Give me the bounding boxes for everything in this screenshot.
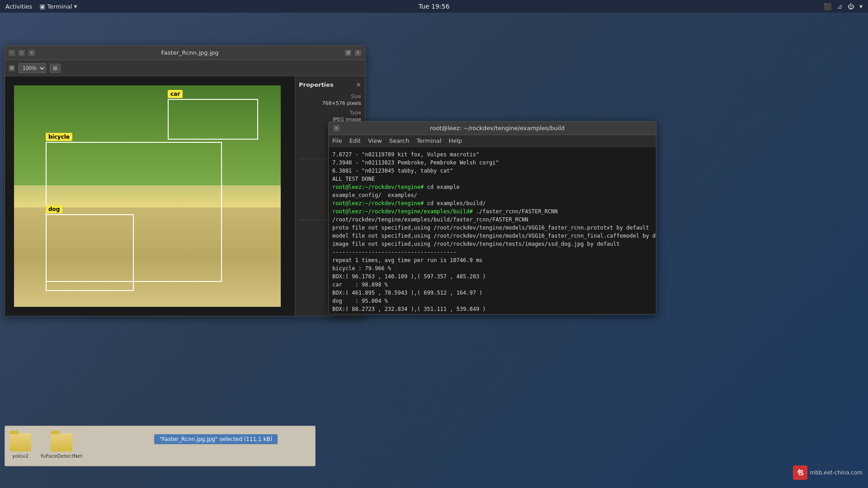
image-viewer-content: car bicycle dog Properties × — [5, 76, 365, 316]
wifi-icon[interactable]: ⊿ — [837, 3, 842, 10]
term-line-12: image file not specified,using /root/roc… — [332, 240, 652, 248]
dog-label: dog — [46, 205, 62, 213]
prop-size-key: Size — [299, 94, 361, 99]
term-cmd-5: cd example — [424, 184, 459, 190]
image-viewer-titlebar: − □ × Faster_Rcnn.jpg.jpg ☰ × — [5, 46, 365, 60]
prop-type-key: Type — [299, 110, 361, 116]
watermark-icon: 包 — [793, 465, 807, 480]
dog-detection-box: dog — [46, 214, 134, 291]
term-line-19: dog : 95.004 % — [332, 297, 652, 305]
display-icon[interactable]: ⬛ — [824, 3, 831, 10]
term-line-13: -------------------------------------- — [332, 248, 652, 256]
activities-label[interactable]: Activities — [5, 3, 32, 10]
file-manager: yolov2 YuFaceDetectNet "Faster_Rcnn.jpg.… — [5, 426, 316, 466]
file-item-yolov2[interactable]: yolov2 — [9, 433, 31, 459]
settings-button[interactable]: ⚙ — [9, 65, 15, 71]
term-cmd-8: ./faster_rcnn/FASTER_RCNN — [473, 208, 558, 215]
close-button[interactable]: × — [28, 50, 35, 56]
yolov2-folder-icon — [9, 433, 31, 451]
power-icon[interactable]: ⏻ — [848, 3, 854, 10]
term-line-10: proto file not specified,using /root/roc… — [332, 224, 652, 232]
watermark: 包 mbb.eet-china.com — [793, 465, 863, 480]
term-line-7: root@leez:~/rockdev/tengine# cd examples… — [332, 199, 652, 207]
chevron-down-icon: ▾ — [74, 3, 77, 10]
prop-size-val: 768×576 pixels — [299, 100, 361, 106]
minimize-button[interactable]: − — [9, 50, 15, 56]
term-line-3: 6.3881 - "n02123045 tabby, tabby cat" — [332, 167, 652, 175]
term-line-18: BOX:( 461.895 , 70.5943 ),( 699.512 , 16… — [332, 289, 652, 297]
status-text: "Faster_Rcnn.jpg.jpg" selected (111.1 kB… — [160, 436, 272, 442]
image-viewer-title: Faster_Rcnn.jpg.jpg — [38, 49, 341, 56]
term-menu-terminal[interactable]: Terminal — [416, 137, 441, 144]
car-detection-box: car — [168, 99, 258, 140]
chevron-down-icon2[interactable]: ▾ — [859, 3, 863, 10]
term-line-11: model file not specified,using /root/roc… — [332, 232, 652, 240]
term-line-14: repeat 1 times, avg time per run is 1074… — [332, 256, 652, 264]
term-line-21: ==================================== — [332, 313, 652, 314]
term-menu-file[interactable]: File — [332, 137, 342, 144]
watermark-text: mbb.eet-china.com — [810, 469, 863, 476]
terminal-body[interactable]: 7.8727 - "n02119789 kit fox, Vulpes macr… — [329, 147, 656, 314]
term-line-16: BOX:( 96.1763 , 140.109 ),( 597.357 , 48… — [332, 272, 652, 281]
term-line-6: example_config/ examples/ — [332, 191, 652, 199]
term-line-20: BOX:( 88.2723 , 232.834 ),( 351.111 , 53… — [332, 305, 652, 313]
term-line-8: root@leez:~/rockdev/tengine/examples/bui… — [332, 207, 652, 216]
terminal-label[interactable]: Terminal — [47, 3, 72, 10]
term-line-5: root@leez:~/rockdev/tengine# cd example — [332, 183, 652, 191]
terminal-titlebar: × root@leez: ~/rockdev/tengine/examples/… — [329, 122, 656, 135]
term-line-9: /root/rockdev/tengine/examples/build/fas… — [332, 216, 652, 224]
terminal-window: × root@leez: ~/rockdev/tengine/examples/… — [328, 121, 656, 314]
topbar: Activities ▣ Terminal ▾ Tue 19:56 ⬛ ⊿ ⏻ … — [0, 0, 868, 13]
properties-header: Properties × — [299, 81, 361, 88]
terminal-window-icon: ▣ — [39, 3, 45, 10]
prop-size-row: Size 768×576 pixels — [299, 94, 361, 106]
term-menu-help[interactable]: Help — [448, 137, 462, 144]
terminal-close-button[interactable]: × — [333, 125, 340, 131]
image-background: car bicycle dog — [14, 85, 281, 307]
bicycle-label: bicycle — [46, 133, 72, 141]
term-line-4: ALL TEST DONE — [332, 175, 652, 183]
main-image: car bicycle dog — [14, 85, 281, 307]
view-mode-button[interactable]: ☰ — [345, 50, 351, 56]
term-line-15: bicycle : 79.966 % — [332, 264, 652, 272]
properties-title: Properties — [299, 81, 334, 88]
term-prompt-5: root@leez:~/rockdev/tengine# — [332, 184, 424, 190]
car-label: car — [168, 90, 183, 98]
yufacedetect-label: YuFaceDetectNet — [40, 453, 82, 459]
file-item-yufacedetect[interactable]: YuFaceDetectNet — [40, 433, 82, 459]
zoom-select[interactable]: 100% 50% 200% — [19, 63, 46, 73]
image-viewer-toolbar: ⚙ 100% 50% 200% ⊞ — [5, 60, 365, 76]
term-line-2: 7.3940 - "n02113023 Pembroke, Pembroke W… — [332, 159, 652, 167]
yolov2-label: yolov2 — [12, 453, 29, 459]
term-menu-edit[interactable]: Edit — [349, 137, 361, 144]
topbar-time: Tue 19:56 — [419, 3, 450, 10]
term-prompt-7: root@leez:~/rockdev/tengine# — [332, 200, 424, 206]
term-cmd-7: cd examples/build/ — [424, 200, 486, 206]
terminal-title: root@leez: ~/rockdev/tengine/examples/bu… — [343, 125, 651, 131]
properties-close-button[interactable]: × — [356, 81, 361, 88]
fit-button[interactable]: ⊞ — [50, 64, 61, 73]
topbar-right: ⬛ ⊿ ⏻ ▾ — [824, 3, 863, 10]
term-line-1: 7.8727 - "n02119789 kit fox, Vulpes macr… — [332, 150, 652, 159]
topbar-left: Activities ▣ Terminal ▾ — [5, 3, 77, 10]
image-viewer-window: − □ × Faster_Rcnn.jpg.jpg ☰ × ⚙ 100% 50%… — [5, 45, 365, 316]
status-bar: "Faster_Rcnn.jpg.jpg" selected (111.1 kB… — [154, 434, 278, 444]
term-line-17: car : 98.898 % — [332, 281, 652, 289]
term-menu-view[interactable]: View — [368, 137, 382, 144]
close-viewer-button[interactable]: × — [355, 50, 361, 56]
maximize-button[interactable]: □ — [19, 50, 25, 56]
term-prompt-8: root@leez:~/rockdev/tengine/examples/bui… — [332, 208, 473, 215]
terminal-menu[interactable]: ▣ Terminal ▾ — [39, 3, 77, 10]
terminal-menubar: File Edit View Search Terminal Help — [329, 135, 656, 147]
yufacedetect-folder-icon — [51, 433, 72, 451]
prop-type-row: Type JPEG image — [299, 110, 361, 122]
image-area: car bicycle dog — [5, 76, 295, 316]
term-menu-search[interactable]: Search — [389, 137, 410, 144]
